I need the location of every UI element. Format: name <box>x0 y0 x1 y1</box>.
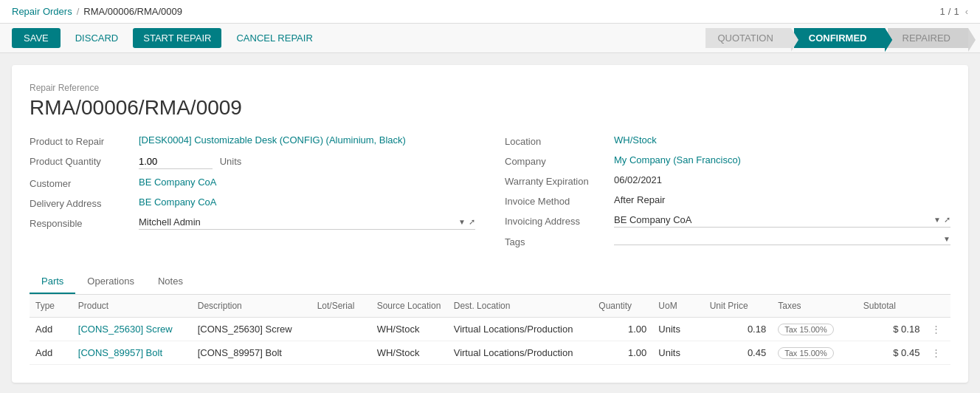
cell-uom-0: Units <box>652 318 703 341</box>
invoice-method-label: Invoice Method <box>505 194 608 207</box>
responsible-dropdown-icon[interactable]: ▼ <box>458 218 466 226</box>
cell-product-0[interactable]: [CONS_25630] Screw <box>72 318 192 341</box>
tab-parts[interactable]: Parts <box>30 270 75 294</box>
cell-subtotal-1: $ 0.45 <box>858 341 926 365</box>
save-button[interactable]: SAVE <box>12 28 61 48</box>
col-header-product: Product <box>72 295 192 318</box>
form-grid: Product to Repair [DESK0004] Customizabl… <box>30 134 950 255</box>
breadcrumb-current: RMA/00006/RMA/0009 <box>83 6 182 17</box>
warranty-expiration-value: 06/02/2021 <box>614 174 950 185</box>
invoice-method-value: After Repair <box>614 194 950 205</box>
responsible-row: Responsible Mitchell Admin ▼ ➚ <box>30 216 475 230</box>
cell-actions-1[interactable]: ⋮ <box>925 341 950 365</box>
customer-row: Customer BE Company CoA <box>30 177 475 189</box>
pagination-current: 1 <box>940 6 945 17</box>
col-header-subtotal: Subtotal <box>858 295 926 318</box>
responsible-text: Mitchell Admin <box>139 216 455 228</box>
cell-desc-1: [CONS_89957] Bolt <box>192 341 311 365</box>
invoicing-address-label: Invoicing Address <box>505 214 608 227</box>
parts-table: Type Product Description Lot/Serial Sour… <box>30 295 950 365</box>
cell-src-0: WH/Stock <box>371 318 448 341</box>
product-quantity-unit: Units <box>220 156 242 167</box>
invoicing-address-value: BE Company CoA ▼ ➚ <box>614 214 950 228</box>
col-header-unit-price: Unit Price <box>704 295 773 318</box>
table-row: Add [CONS_25630] Screw [CONS_25630] Scre… <box>30 318 950 341</box>
pagination: 1 / 1 ‹ <box>940 6 968 17</box>
col-header-quantity: Quantity <box>593 295 652 318</box>
form-col-left: Product to Repair [DESK0004] Customizabl… <box>30 134 475 255</box>
table-row: Add [CONS_89957] Bolt [CONS_89957] Bolt … <box>30 341 950 365</box>
invoicing-address-ext-link[interactable]: ➚ <box>944 215 950 225</box>
product-quantity-label: Product Quantity <box>30 154 133 167</box>
cell-tax-0: Tax 15.00% <box>772 318 858 341</box>
cell-product-1[interactable]: [CONS_89957] Bolt <box>72 341 192 365</box>
cell-desc-0: [CONS_25630] Screw <box>192 318 311 341</box>
product-quantity-input[interactable] <box>139 154 213 169</box>
tags-value: ▼ <box>614 235 950 245</box>
cell-lot-1 <box>311 341 371 365</box>
cell-lot-0 <box>311 318 371 341</box>
warranty-row: Warranty Expiration 06/02/2021 <box>505 174 950 187</box>
cell-qty-0: 1.00 <box>593 318 652 341</box>
cell-qty-1: 1.00 <box>593 341 652 365</box>
table-container: Type Product Description Lot/Serial Sour… <box>30 295 950 365</box>
col-header-lot: Lot/Serial <box>311 295 371 318</box>
customer-value[interactable]: BE Company CoA <box>139 177 475 188</box>
status-bar: QUOTATION CONFIRMED REPAIRED <box>705 28 968 48</box>
repair-ref-label: Repair Reference <box>30 83 950 93</box>
tabs: Parts Operations Notes <box>30 270 950 295</box>
product-quantity-row: Product Quantity Units <box>30 154 475 169</box>
cell-type-0: Add <box>30 318 72 341</box>
cancel-repair-button[interactable]: CANCEL REPAIR <box>230 28 318 48</box>
responsible-ext-link[interactable]: ➚ <box>469 217 475 227</box>
company-label: Company <box>505 154 608 167</box>
action-bar: SAVE DISCARD START REPAIR CANCEL REPAIR … <box>0 24 980 53</box>
status-step-repaired[interactable]: REPAIRED <box>888 28 969 48</box>
company-value[interactable]: My Company (San Francisco) <box>614 154 950 165</box>
product-to-repair-value[interactable]: [DESK0004] Customizable Desk (CONFIG) (A… <box>139 134 475 146</box>
repair-ref-title: RMA/00006/RMA/0009 <box>30 96 950 120</box>
breadcrumb-parent[interactable]: Repair Orders <box>12 6 72 17</box>
main-content: Repair Reference RMA/00006/RMA/0009 Prod… <box>12 65 968 383</box>
location-value[interactable]: WH/Stock <box>614 134 950 146</box>
form-col-right: Location WH/Stock Company My Company (Sa… <box>505 134 950 255</box>
invoicing-address-row: Invoicing Address BE Company CoA ▼ ➚ <box>505 214 950 228</box>
cell-actions-0[interactable]: ⋮ <box>925 318 950 341</box>
status-step-quotation[interactable]: QUOTATION <box>705 28 790 48</box>
product-to-repair-label: Product to Repair <box>30 134 133 147</box>
col-header-taxes: Taxes <box>772 295 858 318</box>
cell-tax-1: Tax 15.00% <box>772 341 858 365</box>
warranty-expiration-label: Warranty Expiration <box>505 174 608 187</box>
cell-subtotal-0: $ 0.18 <box>858 318 926 341</box>
cell-price-0: 0.18 <box>704 318 773 341</box>
delivery-address-row: Delivery Address BE Company CoA <box>30 196 475 209</box>
pagination-total: 1 <box>953 6 959 17</box>
cell-price-1: 0.45 <box>704 341 773 365</box>
tab-operations[interactable]: Operations <box>75 270 146 294</box>
tags-row: Tags ▼ <box>505 235 950 247</box>
tags-label: Tags <box>505 235 608 247</box>
tags-dropdown-icon[interactable]: ▼ <box>943 235 950 243</box>
start-repair-button[interactable]: START REPAIR <box>133 28 221 48</box>
company-row: Company My Company (San Francisco) <box>505 154 950 167</box>
breadcrumb: Repair Orders / RMA/00006/RMA/0009 <box>12 6 931 17</box>
cell-dest-0: Virtual Locations/Production <box>448 318 593 341</box>
responsible-label: Responsible <box>30 216 133 229</box>
pagination-prev-icon[interactable]: ‹ <box>965 6 968 17</box>
location-label: Location <box>505 134 608 147</box>
customer-label: Customer <box>30 177 133 189</box>
cell-uom-1: Units <box>652 341 703 365</box>
status-step-confirmed[interactable]: CONFIRMED <box>794 28 885 48</box>
col-header-description: Description <box>192 295 311 318</box>
table-header-row: Type Product Description Lot/Serial Sour… <box>30 295 950 318</box>
delivery-address-label: Delivery Address <box>30 196 133 209</box>
delivery-address-value[interactable]: BE Company CoA <box>139 196 475 208</box>
invoicing-address-dropdown-icon[interactable]: ▼ <box>934 216 941 224</box>
tab-notes[interactable]: Notes <box>146 270 195 294</box>
col-header-uom: UoM <box>652 295 703 318</box>
discard-button[interactable]: DISCARD <box>69 28 125 48</box>
col-header-type: Type <box>30 295 72 318</box>
cell-dest-1: Virtual Locations/Production <box>448 341 593 365</box>
product-quantity-value: Units <box>139 154 475 169</box>
col-header-dest: Dest. Location <box>448 295 593 318</box>
